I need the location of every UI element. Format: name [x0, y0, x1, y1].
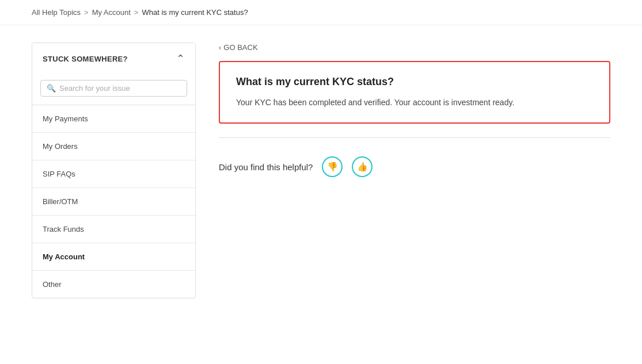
breadcrumb-separator-1: > [84, 8, 89, 17]
content-area: ‹ GO BACK What is my current KYC status?… [219, 43, 610, 298]
breadcrumb-current-page: What is my current KYC status? [142, 8, 248, 17]
helpful-section: Did you find this helpful? 👎 👍 [219, 152, 610, 182]
sidebar: STUCK SOMEWHERE? ⌃ 🔍 My Payments My Orde… [32, 43, 196, 298]
sidebar-item-track-funds[interactable]: Track Funds [32, 216, 195, 243]
go-back-link[interactable]: ‹ GO BACK [219, 43, 258, 52]
helpful-label: Did you find this helpful? [219, 162, 313, 172]
breadcrumb-my-account[interactable]: My Account [92, 8, 131, 17]
sidebar-item-my-orders[interactable]: My Orders [32, 133, 195, 160]
thumbs-up-icon: 👍 [357, 162, 368, 172]
kyc-card-body: Your KYC has been completed and verified… [236, 96, 593, 109]
sidebar-item-other[interactable]: Other [32, 271, 195, 298]
sidebar-item-biller-otm[interactable]: Biller/OTM [32, 188, 195, 216]
sidebar-title: STUCK SOMEWHERE? [43, 55, 128, 63]
thumbs-down-icon: 👎 [327, 162, 338, 172]
search-wrapper[interactable]: 🔍 [40, 80, 187, 97]
search-icon: 🔍 [47, 84, 56, 93]
breadcrumb: All Help Topics > My Account > What is m… [0, 0, 642, 25]
search-input[interactable] [59, 84, 181, 93]
thumbs-up-button[interactable]: 👍 [352, 156, 373, 177]
kyc-card: What is my current KYC status? Your KYC … [219, 61, 610, 124]
chevron-up-icon[interactable]: ⌃ [176, 52, 185, 65]
breadcrumb-all-help-topics[interactable]: All Help Topics [32, 8, 81, 17]
chevron-left-icon: ‹ [219, 43, 221, 52]
thumbs-down-button[interactable]: 👎 [322, 156, 343, 177]
main-container: STUCK SOMEWHERE? ⌃ 🔍 My Payments My Orde… [0, 25, 642, 316]
kyc-card-title: What is my current KYC status? [236, 76, 593, 88]
divider [219, 137, 610, 138]
sidebar-item-sip-faqs[interactable]: SIP FAQs [32, 160, 195, 188]
sidebar-search-container: 🔍 [32, 74, 195, 105]
breadcrumb-separator-2: > [134, 8, 139, 17]
sidebar-item-my-account[interactable]: My Account [32, 243, 195, 271]
sidebar-header: STUCK SOMEWHERE? ⌃ [32, 43, 195, 74]
sidebar-item-my-payments[interactable]: My Payments [32, 105, 195, 133]
go-back-label: GO BACK [223, 43, 257, 52]
